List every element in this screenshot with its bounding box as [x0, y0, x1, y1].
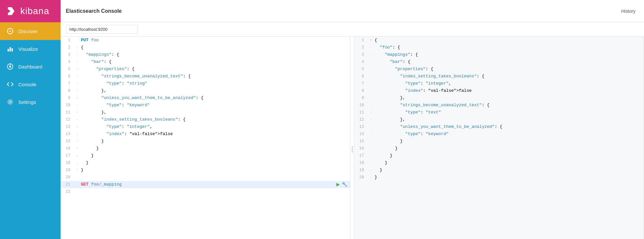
code-content: "type": "keyword": [375, 130, 644, 138]
svg-rect-10: [11, 48, 13, 51]
code-content: PUT foo: [81, 37, 350, 44]
code-line: 1▾{: [354, 37, 644, 44]
gutter-marker: -: [74, 44, 81, 51]
gutter-marker: -: [367, 44, 375, 51]
code-line: 17- }: [354, 152, 644, 159]
code-content: }: [81, 145, 350, 152]
code-line: 14- "index": "val-false">false: [61, 130, 350, 138]
gutter-marker: -: [74, 94, 81, 102]
sidebar: kibana Discover Visualize: [0, 0, 61, 239]
top-bar: Elasticsearch Console History: [61, 0, 644, 22]
code-content: "unless_you_want_them_to_be_analyzed": {: [81, 94, 350, 102]
run-button[interactable]: ▶: [336, 181, 340, 188]
wrench-button[interactable]: 🔧: [342, 181, 347, 188]
line-number: 22: [61, 188, 74, 195]
code-line: 17- }: [61, 152, 350, 159]
kibana-logo-text: kibana: [20, 6, 49, 16]
app-logo: kibana: [0, 0, 61, 22]
sidebar-item-discover-label: Discover: [18, 29, 37, 34]
code-content: "unless_you_want_them_to_be_analyzed": {: [375, 123, 644, 130]
bar-chart-icon: [7, 45, 14, 52]
line-actions: ▶🔧: [336, 181, 350, 188]
gutter-marker: -: [367, 94, 375, 102]
line-number: 4: [61, 58, 74, 66]
gutter-marker: -: [367, 80, 375, 87]
code-content: },: [375, 94, 644, 102]
svg-point-3: [9, 30, 11, 32]
code-line: 1PUT foo: [61, 37, 350, 44]
left-editor-pane[interactable]: 1PUT foo2-{3- "mappings": {4- "bar": {5-…: [61, 37, 350, 239]
server-url-input[interactable]: [66, 25, 138, 34]
line-number: 2: [61, 44, 74, 51]
gutter-marker: -: [367, 145, 375, 152]
sidebar-item-visualize-label: Visualize: [18, 46, 38, 52]
code-content: "bar": {: [375, 58, 644, 66]
line-number: 18: [354, 159, 367, 167]
gutter-marker: -: [74, 152, 81, 159]
line-number: 19: [354, 167, 367, 174]
line-number: 6: [61, 73, 74, 80]
line-number: 6: [354, 73, 367, 80]
code-content: "mappings": {: [81, 51, 350, 58]
code-line: 3- "mappings": {: [354, 51, 644, 58]
code-line: 19-}: [61, 167, 350, 174]
code-line: 18- }: [354, 159, 644, 167]
code-line: 16- }: [354, 145, 644, 152]
code-line: 3- "mappings": {: [61, 51, 350, 58]
gutter-marker: -: [367, 109, 375, 116]
line-number: 11: [61, 109, 74, 116]
code-content: "strings_become_unanalyzed_text": {: [375, 102, 644, 109]
code-content: }: [81, 167, 350, 174]
code-line: 6- "index_setting_takes_booleans": {: [354, 73, 644, 80]
line-number: 8: [354, 87, 367, 94]
sidebar-item-settings-label: Settings: [18, 99, 36, 105]
dashboard-icon: [7, 63, 14, 70]
line-number: 17: [354, 152, 367, 159]
code-line: 16- }: [61, 145, 350, 152]
code-content: "type": "integer",: [375, 80, 644, 87]
code-line: 11- "type": "text": [354, 109, 644, 116]
gutter-marker: -: [367, 174, 375, 181]
gutter-marker: -: [367, 102, 375, 109]
gutter-marker: -: [74, 109, 81, 116]
line-number: 15: [354, 138, 367, 145]
history-button[interactable]: History: [618, 7, 639, 16]
line-number: 21: [61, 181, 74, 188]
gutter-marker: -: [74, 123, 81, 130]
code-content: "type": "integer",: [81, 123, 350, 130]
code-line: 20: [61, 174, 350, 181]
gutter-marker: -: [74, 80, 81, 87]
code-content: GET foo/_mapping: [81, 181, 336, 188]
line-number: 8: [61, 87, 74, 94]
line-number: 13: [61, 123, 74, 130]
gutter-marker: -: [74, 102, 81, 109]
gutter-marker: -: [74, 116, 81, 123]
sidebar-item-settings[interactable]: Settings: [0, 93, 61, 111]
gutter-marker: -: [74, 87, 81, 94]
gutter-marker: -: [367, 152, 375, 159]
line-number: 3: [354, 51, 367, 58]
sidebar-item-dashboard[interactable]: Dashboard: [0, 58, 61, 75]
code-line: 18- }: [61, 159, 350, 167]
gear-icon: [7, 98, 14, 106]
line-number: 7: [354, 80, 367, 87]
gutter-marker: -: [367, 51, 375, 58]
sidebar-item-console[interactable]: Console: [0, 75, 61, 93]
gutter-marker: -: [74, 138, 81, 145]
code-line: 9- },: [354, 94, 644, 102]
sidebar-item-visualize[interactable]: Visualize: [0, 40, 61, 58]
sidebar-item-discover[interactable]: Discover: [0, 22, 61, 40]
code-line: 7- "type": "integer",: [354, 80, 644, 87]
code-content: "strings_become_unanalyzed_text": {: [81, 73, 350, 80]
code-content: "index": "val-false">false: [81, 130, 350, 138]
code-content: }: [375, 152, 644, 159]
gutter-marker: -: [367, 159, 375, 167]
svg-point-14: [9, 101, 11, 103]
code-content: "index_setting_takes_booleans": {: [81, 116, 350, 123]
code-line: 19- }: [354, 167, 644, 174]
code-line: 20-}: [354, 174, 644, 181]
code-content: },: [81, 87, 350, 94]
console-title: Elasticsearch Console: [66, 8, 122, 14]
line-number: 19: [61, 167, 74, 174]
code-icon: [7, 81, 14, 88]
